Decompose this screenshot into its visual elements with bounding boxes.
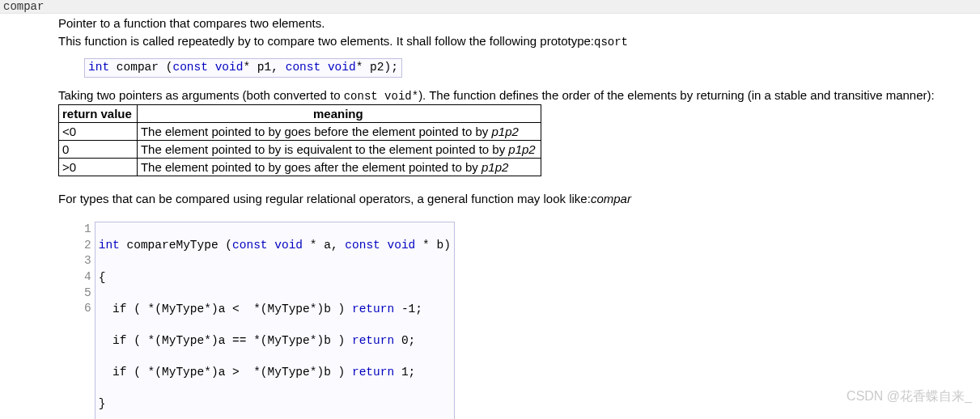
kw-const-2: const	[286, 61, 321, 74]
table-row: <0 The element pointed to by goes before…	[59, 122, 541, 140]
code-line: if ( *(MyType*)a == *(MyType*)b ) return…	[99, 333, 451, 349]
kw-return: return	[352, 366, 394, 379]
lineno: 6	[84, 301, 91, 317]
th-return-value: return value	[59, 104, 138, 122]
th-meaning: meaning	[137, 104, 541, 122]
code-text: if ( *(MyType*)a == *(MyType*)b )	[99, 334, 352, 347]
kw-void: void	[274, 239, 303, 252]
code-line: {	[99, 270, 451, 286]
intro-line-2-mono: qsort	[594, 36, 628, 49]
code-line: }	[99, 396, 451, 413]
bridge-mono: const void*	[344, 90, 418, 103]
kw-return: return	[352, 303, 394, 315]
kw-int: int	[99, 239, 120, 252]
table-row: 0 The element pointed to by is equivalen…	[59, 140, 541, 158]
bridge-paragraph: Taking two pointers as arguments (both c…	[58, 87, 977, 104]
cell-meaning: The element pointed to by goes after the…	[137, 158, 541, 176]
closing-pre: For types that can be compared using reg…	[58, 192, 591, 205]
kw-const: const	[232, 239, 268, 252]
lineno: 3	[84, 253, 91, 269]
kw-const: const	[345, 239, 380, 252]
bridge-post: ). The function defines the order of the…	[418, 88, 935, 102]
intro-line-2-text: This function is called repeatedly by to…	[58, 34, 594, 48]
cell-ital: p1p2	[508, 142, 535, 156]
code-line: int compareMyType (const void * a, const…	[99, 238, 451, 254]
lineno: 1	[84, 222, 91, 238]
kw-int: int	[88, 61, 109, 74]
proto-mid: compar (	[109, 61, 172, 74]
intro-line-2: This function is called repeatedly by to…	[58, 33, 977, 50]
cell-meaning: The element pointed to by is equivalent …	[137, 140, 541, 158]
closing-line: For types that can be compared using reg…	[58, 191, 977, 207]
cell-ret: <0	[59, 122, 138, 140]
prototype-codebox: int compar (const void* p1, const void* …	[84, 58, 402, 78]
kw-const-1: const	[172, 61, 208, 74]
kw-void-2: void	[328, 61, 356, 74]
intro-line-1: Pointer to a function that compares two …	[58, 15, 977, 32]
code-text: if ( *(MyType*)a > *(MyType*)b )	[99, 366, 352, 379]
example-codeblock: 1 2 3 4 5 6 int compareMyType (const voi…	[84, 222, 455, 419]
code-text: * b)	[415, 239, 451, 252]
line-number-gutter: 1 2 3 4 5 6	[84, 222, 95, 419]
lineno: 5	[84, 286, 91, 302]
code-text: -1;	[394, 303, 422, 315]
kw-void: void	[388, 239, 416, 252]
code-line: if ( *(MyType*)a < *(MyType*)b ) return …	[99, 302, 451, 318]
code-text: compareMyType (	[120, 239, 232, 252]
code-text: * a,	[303, 239, 345, 252]
bridge-pre: Taking two pointers as arguments (both c…	[58, 88, 344, 102]
lineno: 4	[84, 269, 91, 286]
return-value-table: return value meaning <0 The element poin…	[58, 104, 541, 176]
section-header: compar	[0, 0, 980, 14]
cell-meaning: The element pointed to by goes before th…	[137, 122, 541, 140]
table-header-row: return value meaning	[59, 104, 541, 122]
proto-ptr1: * p1,	[243, 61, 285, 74]
code-line: if ( *(MyType*)a > *(MyType*)b ) return …	[99, 365, 451, 381]
cell-body: The element pointed to by goes after the…	[141, 160, 482, 174]
code-body: int compareMyType (const void * a, const…	[95, 222, 454, 419]
lineno: 2	[84, 238, 91, 254]
closing-em: compar	[591, 192, 631, 205]
kw-return: return	[352, 334, 394, 347]
kw-void-1: void	[215, 61, 244, 74]
code-text: 1;	[394, 366, 415, 379]
cell-body: The element pointed to by goes before th…	[141, 125, 492, 138]
cell-ret: 0	[59, 140, 138, 158]
cell-ret: >0	[59, 158, 138, 176]
table-row: >0 The element pointed to by goes after …	[59, 158, 541, 176]
cell-ital: p1p2	[492, 125, 519, 138]
content: Pointer to a function that compares two …	[0, 15, 980, 419]
code-text: if ( *(MyType*)a < *(MyType*)b )	[99, 303, 352, 315]
code-text: 0;	[394, 334, 415, 347]
proto-tail: * p2);	[356, 61, 398, 74]
cell-ital: p1p2	[482, 160, 508, 174]
cell-body: The element pointed to by is equivalent …	[141, 142, 508, 156]
